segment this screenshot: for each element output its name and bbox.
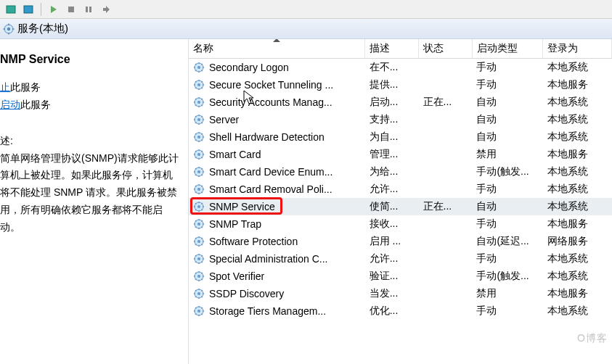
table-row[interactable]: Secure Socket Tunneling ...提供...手动本地服务	[189, 76, 612, 94]
service-startup: 手动(触发...	[472, 163, 542, 181]
gear-icon	[193, 236, 205, 247]
service-desc: 允许...	[365, 250, 419, 268]
service-logon: 本地系统	[543, 59, 612, 77]
service-name: Spot Verifier	[209, 270, 264, 282]
col-header-name[interactable]: 名称	[189, 39, 365, 59]
service-desc: 提供...	[365, 76, 419, 94]
table-row[interactable]: SNMP Service使简...正在...自动本地系统	[189, 198, 612, 215]
service-status	[419, 233, 473, 250]
stop-service-text: 此服务	[10, 81, 41, 93]
gear-icon	[193, 218, 205, 230]
toolbar-stop-icon[interactable]	[65, 3, 78, 16]
gear-icon	[193, 288, 205, 299]
svg-point-114	[197, 240, 200, 243]
restart-service-text: 此服务	[20, 99, 51, 110]
service-startup: 手动	[472, 302, 542, 320]
service-name: Shell Hardware Detection	[209, 131, 325, 143]
service-status: 正在...	[419, 198, 473, 215]
col-header-name-label: 名称	[193, 42, 213, 54]
gear-icon	[193, 201, 205, 212]
table-row[interactable]: Smart Card Device Enum...为给...手动(触发...本地…	[189, 163, 612, 181]
description-heading: 述:	[0, 133, 181, 150]
service-desc: 允许...	[365, 181, 419, 198]
table-row[interactable]: Shell Hardware Detection为自...自动本地系统	[189, 128, 612, 146]
svg-point-134	[197, 275, 200, 278]
gear-icon	[193, 114, 205, 125]
gear-icon	[193, 253, 205, 265]
table-row[interactable]: SNMP Trap接收...手动本地服务	[189, 215, 612, 233]
service-name: Security Accounts Manag...	[209, 96, 332, 108]
service-logon: 本地系统	[543, 268, 612, 285]
table-row[interactable]: Security Accounts Manag...启动...正在...自动本地…	[189, 94, 612, 111]
table-row[interactable]: Secondary Logon在不...手动本地系统	[189, 59, 612, 77]
gear-icon	[3, 23, 15, 35]
service-name: SSDP Discovery	[209, 288, 284, 299]
service-desc: 启用 ...	[365, 233, 419, 250]
table-row[interactable]: Storage Tiers Managem...优化...手动本地系统	[189, 302, 612, 320]
table-row[interactable]: Server支持...自动本地系统	[189, 111, 612, 128]
watermark-text: O博客	[577, 332, 608, 345]
service-desc: 优化...	[365, 302, 419, 320]
main-area: NMP Service 止此服务 启动此服务 述: 简单网络管理协议(SNMP)…	[0, 39, 612, 364]
service-desc: 为自...	[365, 128, 419, 146]
col-header-desc[interactable]: 描述	[365, 39, 419, 59]
svg-point-74	[197, 170, 200, 173]
service-logon: 本地系统	[543, 302, 612, 320]
service-startup: 手动	[472, 181, 542, 198]
service-status	[419, 215, 473, 233]
table-row[interactable]: Smart Card管理...禁用本地服务	[189, 146, 612, 163]
svg-point-34	[197, 101, 200, 104]
gear-icon	[193, 149, 205, 160]
col-header-logon[interactable]: 登录为	[543, 39, 612, 59]
service-desc: 当发...	[365, 285, 419, 302]
description-body: 简单网络管理协议(SNMP)请求能够此计算机上被处理。如果此服务停，计算机将不能…	[0, 150, 181, 236]
toolbar-restart-icon[interactable]	[99, 3, 113, 16]
restart-service-link[interactable]: 启动	[0, 99, 20, 110]
toolbar-btn-1[interactable]	[4, 3, 17, 16]
svg-rect-3	[68, 7, 74, 12]
detail-pane: NMP Service 止此服务 启动此服务 述: 简单网络管理协议(SNMP)…	[0, 39, 189, 364]
service-name: Secure Socket Tunneling ...	[209, 79, 333, 91]
toolbar-pause-icon[interactable]	[82, 3, 95, 16]
col-header-status[interactable]: 状态	[419, 39, 473, 59]
service-startup: 自动	[472, 198, 542, 215]
service-startup: 禁用	[472, 146, 542, 163]
toolbar-btn-2[interactable]	[22, 3, 35, 16]
service-status	[419, 111, 473, 128]
service-startup: 禁用	[472, 285, 542, 302]
toolbar-play-icon[interactable]	[47, 3, 60, 16]
table-row[interactable]: Special Administration C...允许...手动本地系统	[189, 250, 612, 268]
service-logon: 网络服务	[543, 233, 612, 250]
service-status	[419, 128, 473, 146]
service-status	[419, 59, 473, 77]
svg-point-124	[197, 257, 200, 260]
svg-point-54	[197, 136, 200, 138]
col-header-startup[interactable]: 启动类型	[472, 39, 542, 59]
toolbar	[0, 0, 612, 19]
table-row[interactable]: SSDP Discovery当发...禁用本地服务	[189, 285, 612, 302]
svg-point-64	[197, 153, 200, 156]
service-desc: 支持...	[365, 111, 419, 128]
gear-icon	[193, 305, 205, 317]
gear-icon	[193, 96, 205, 108]
service-startup: 手动	[472, 76, 542, 94]
service-desc: 为给...	[365, 163, 419, 181]
service-startup: 自动	[472, 128, 542, 146]
service-logon: 本地系统	[543, 111, 612, 128]
sort-asc-icon	[273, 39, 280, 42]
service-desc: 使简...	[365, 198, 419, 215]
services-table: 名称 描述 状态 启动类型 登录为 Secondary Logon在不...手动…	[189, 39, 612, 320]
service-startup: 手动	[472, 59, 542, 77]
service-desc: 验证...	[365, 268, 419, 285]
service-logon: 本地服务	[543, 76, 612, 94]
table-row[interactable]: Smart Card Removal Poli...允许...手动本地系统	[189, 181, 612, 198]
table-row[interactable]: Software Protection启用 ...自动(延迟...网络服务	[189, 233, 612, 250]
table-row[interactable]: Spot Verifier验证...手动(触发...本地系统	[189, 268, 612, 285]
console-header: 服务(本地)	[0, 19, 612, 39]
service-logon: 本地系统	[543, 163, 612, 181]
service-desc: 启动...	[365, 94, 419, 111]
stop-service-link[interactable]: 止	[0, 81, 10, 93]
service-status	[419, 76, 473, 94]
service-startup: 手动(触发...	[472, 268, 542, 285]
service-desc: 在不...	[365, 59, 419, 77]
